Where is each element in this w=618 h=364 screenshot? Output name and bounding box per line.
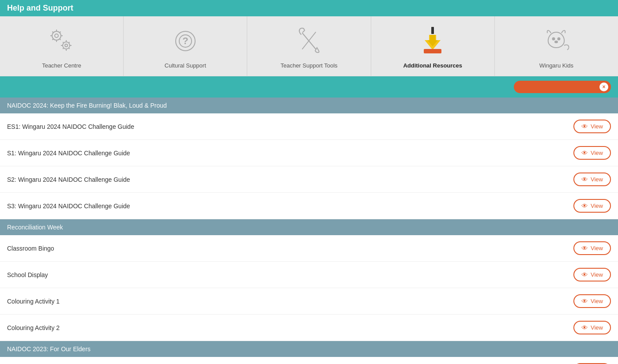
resource-row: Colouring Activity 2 👁 View	[0, 315, 618, 341]
resource-row: ES1/S1: Yarning with Elders worksheet 👁 …	[0, 357, 618, 364]
view-button-s1-naidoc-2024[interactable]: 👁 View	[573, 146, 611, 160]
view-button-s3-naidoc-2024[interactable]: 👁 View	[573, 199, 611, 213]
wingaru-kids-icon	[539, 23, 574, 59]
resource-row: S2: Wingaru 2024 NAIDOC Challenge Guide …	[0, 166, 618, 193]
eye-icon: 👁	[581, 176, 588, 183]
teacher-centre-icon	[44, 23, 79, 59]
nav-label-teacher-centre: Teacher Centre	[42, 62, 81, 69]
svg-point-1	[55, 34, 58, 38]
nav-label-wingaru-kids: Wingaru Kids	[539, 62, 573, 69]
eye-icon: 👁	[581, 324, 588, 331]
resource-row: Classroom Bingo 👁 View	[0, 235, 618, 262]
nav-icons: Teacher Centre ? Cultural Support	[0, 16, 618, 76]
view-button-es1-naidoc-2024[interactable]: 👁 View	[573, 120, 611, 133]
svg-point-29	[553, 38, 555, 40]
nav-item-additional-resources[interactable]: Additional Resources	[371, 16, 495, 76]
resource-row: ES1: Wingaru 2024 NAIDOC Challenge Guide…	[0, 113, 618, 140]
view-button-school-display[interactable]: 👁 View	[573, 268, 611, 281]
section-header-naidoc-2023: NAIDOC 2023: For Our Elders	[0, 341, 618, 357]
nav-label-teacher-support-tools: Teacher Support Tools	[280, 62, 337, 69]
eye-icon: 👁	[581, 149, 588, 157]
search-input[interactable]	[514, 81, 611, 93]
svg-line-7	[59, 39, 60, 40]
svg-point-31	[555, 41, 558, 43]
svg-line-6	[52, 32, 53, 33]
resource-row: S1: Wingaru 2024 NAIDOC Challenge Guide …	[0, 140, 618, 166]
page-wrapper: Help and Support	[0, 0, 618, 364]
section-header-naidoc-2024: NAIDOC 2024: Keep the Fire Burning! Blak…	[0, 98, 618, 113]
svg-line-17	[68, 48, 69, 49]
search-input-wrap: ×	[514, 81, 611, 93]
eye-icon: 👁	[581, 244, 588, 252]
nav-item-teacher-support-tools[interactable]: Teacher Support Tools	[247, 16, 371, 76]
svg-line-8	[59, 32, 60, 33]
svg-line-9	[52, 39, 53, 40]
svg-line-19	[63, 48, 64, 49]
resource-row: S3: Wingaru 2024 NAIDOC Challenge Guide …	[0, 193, 618, 219]
nav-item-wingaru-kids[interactable]: Wingaru Kids	[495, 16, 618, 76]
nav-label-cultural-support: Cultural Support	[165, 62, 206, 69]
eye-icon: 👁	[581, 297, 588, 305]
view-button-s2-naidoc-2024[interactable]: 👁 View	[573, 173, 611, 186]
svg-point-30	[558, 38, 560, 40]
teacher-support-tools-icon	[291, 23, 327, 59]
view-button-colouring-2[interactable]: 👁 View	[573, 321, 611, 334]
svg-line-18	[68, 42, 69, 43]
cultural-support-icon: ?	[168, 23, 203, 59]
eye-icon: 👁	[581, 123, 588, 130]
nav-label-additional-resources: Additional Resources	[403, 62, 462, 69]
view-button-classroom-bingo[interactable]: 👁 View	[573, 241, 611, 255]
search-bar-area: ×	[0, 76, 618, 98]
nav-item-teacher-centre[interactable]: Teacher Centre	[0, 16, 124, 76]
additional-resources-icon	[415, 23, 450, 59]
svg-point-11	[65, 44, 68, 47]
svg-text:?: ?	[182, 35, 188, 46]
eye-icon: 👁	[581, 271, 588, 278]
content-area: NAIDOC 2024: Keep the Fire Burning! Blak…	[0, 98, 618, 364]
nav-item-cultural-support[interactable]: ? Cultural Support	[124, 16, 247, 76]
svg-rect-27	[424, 49, 441, 53]
svg-line-16	[63, 42, 64, 43]
view-button-colouring-1[interactable]: 👁 View	[573, 294, 611, 308]
help-support-header: Help and Support	[0, 0, 618, 16]
resource-row: School Display 👁 View	[0, 262, 618, 288]
search-clear-button[interactable]: ×	[599, 83, 608, 91]
svg-rect-25	[431, 27, 434, 34]
resource-row: Colouring Activity 1 👁 View	[0, 288, 618, 315]
section-header-reconciliation-week: Reconciliation Week	[0, 219, 618, 235]
page-title: Help and Support	[7, 4, 73, 12]
eye-icon: 👁	[581, 202, 588, 210]
